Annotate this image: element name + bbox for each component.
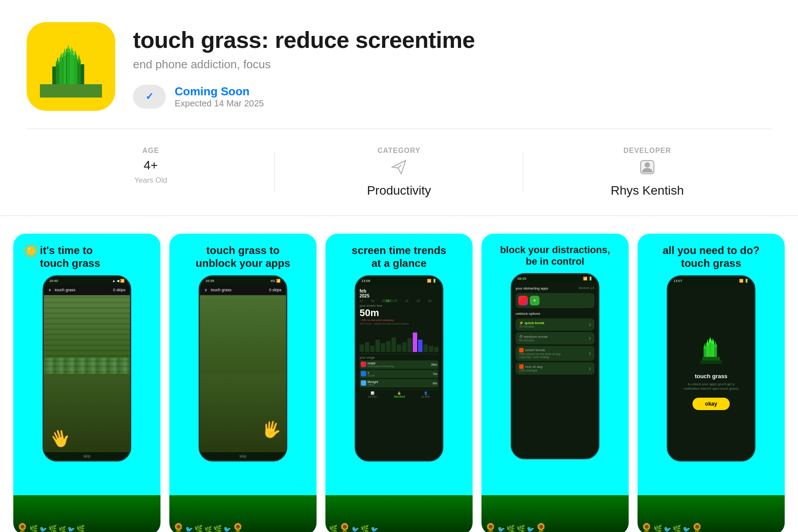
- developer-value: Rhys Kentish: [611, 184, 684, 198]
- age-value: 4+: [144, 158, 158, 172]
- app-header: touch grass: reduce screentime end phone…: [0, 0, 798, 129]
- ground-1: 🌻 🌿 🐦 🌿 🌿 🐦 🌿: [13, 495, 160, 532]
- sun-icon: ☀️: [22, 243, 40, 259]
- svg-rect-8: [52, 66, 56, 84]
- category-label: CATEGORY: [378, 147, 421, 155]
- svg-rect-1: [66, 49, 70, 84]
- meta-section: AGE 4+ Years Old CATEGORY Productivity D…: [0, 129, 798, 216]
- coming-soon-label: Coming Soon: [175, 85, 264, 98]
- ground-4: 🌻 🐦 🌿 🌿 🐦 🌻: [481, 495, 629, 532]
- phone-mockup-1: 16:40▲ ◀ 📶 ∨ touch grass 0 skips 🖐️ skip: [43, 275, 131, 462]
- svg-marker-12: [70, 47, 74, 55]
- svg-marker-13: [59, 52, 63, 60]
- screenshot-card-5: all you need to do?touch grass 13:07📶 🔋: [638, 234, 785, 532]
- age-label: AGE: [142, 147, 159, 155]
- svg-rect-7: [77, 60, 81, 84]
- svg-marker-27: [706, 339, 709, 345]
- card3-title: screen time trendsat a glance: [352, 244, 446, 270]
- screenshot-card-1: ☀️ it's time totouch grass 16:40▲ ◀ 📶 ∨ …: [13, 234, 160, 532]
- svg-rect-3: [70, 51, 74, 84]
- svg-rect-18: [63, 53, 63, 84]
- svg-rect-5: [74, 55, 77, 84]
- okay-button[interactable]: okay: [692, 398, 729, 410]
- meta-developer: DEVELOPER Rhys Kentish: [523, 147, 771, 198]
- app-title: touch grass: reduce screentime: [133, 27, 771, 53]
- screenshots-section: ☀️ it's time totouch grass 16:40▲ ◀ 📶 ∨ …: [0, 216, 798, 532]
- category-value: Productivity: [367, 184, 431, 198]
- svg-marker-11: [63, 48, 66, 56]
- app-info: touch grass: reduce screentime end phone…: [133, 22, 771, 109]
- coming-soon-area: ✓ Coming Soon Expected 14 Mar 2025: [133, 85, 771, 109]
- send-icon: [390, 158, 408, 180]
- svg-rect-4: [59, 58, 63, 84]
- ground-5: 🌻 🌿 🐦 🌿 🐦 🌻: [638, 495, 785, 532]
- ground-2: 🌻 🐦 🌿 🌿 🌿 🐦 🌻: [169, 495, 317, 532]
- svg-rect-6: [56, 62, 59, 84]
- coming-soon-info: Coming Soon Expected 14 Mar 2025: [175, 85, 264, 109]
- meta-category: CATEGORY Productivity: [275, 147, 523, 198]
- card5-title: all you need to do?touch grass: [663, 244, 760, 270]
- expected-date: Expected 14 Mar 2025: [175, 98, 264, 109]
- screenshot-card-2: touch grass tounblock your apps 16:394G …: [169, 234, 317, 532]
- svg-marker-14: [74, 50, 77, 58]
- phone-mockup-4: 08:33📶 🔋 your distracting apps blocked 1…: [511, 273, 599, 459]
- age-sub: Years Old: [134, 176, 167, 185]
- developer-label: DEVELOPER: [623, 147, 671, 155]
- app-subtitle: end phone addiction, focus: [133, 58, 771, 71]
- app-icon-graphic: [35, 31, 106, 102]
- svg-rect-32: [700, 360, 722, 364]
- app-icon: [27, 22, 115, 111]
- screenshot-card-3: screen time trendsat a glance 13:08📶 🔋 f…: [325, 234, 473, 532]
- screenshot-card-4: block your distractions,be in control 08…: [481, 234, 629, 532]
- svg-marker-30: [714, 341, 717, 347]
- ground-3: 🌿 🌻 🐦 🌿 🐦: [325, 495, 473, 532]
- card4-title: block your distractions,be in control: [500, 244, 610, 268]
- svg-marker-15: [56, 57, 59, 65]
- svg-marker-10: [66, 44, 70, 52]
- svg-rect-0: [40, 84, 102, 98]
- svg-marker-29: [704, 343, 706, 349]
- card1-title: it's time totouch grass: [20, 244, 153, 270]
- notify-button[interactable]: ✓: [133, 85, 166, 109]
- svg-rect-9: [81, 64, 84, 84]
- developer-icon: [638, 158, 656, 180]
- meta-age: AGE 4+ Years Old: [27, 147, 275, 198]
- phone-mockup-5: 13:07📶 🔋: [667, 275, 755, 462]
- svg-rect-31: [702, 357, 720, 360]
- svg-marker-16: [77, 55, 81, 63]
- phone-mockup-2: 16:394G 📶 ∨ touch grass 0 skips 🖐️ skip: [199, 275, 287, 462]
- phone-mockup-3: 13:08📶 🔋 feb2025 17181920212223 your scr…: [355, 275, 443, 462]
- svg-rect-2: [63, 53, 66, 84]
- svg-rect-17: [66, 49, 67, 84]
- checkmark-icon: ✓: [145, 91, 153, 102]
- svg-point-20: [645, 162, 650, 168]
- card2-title: touch grass tounblock your apps: [196, 244, 290, 270]
